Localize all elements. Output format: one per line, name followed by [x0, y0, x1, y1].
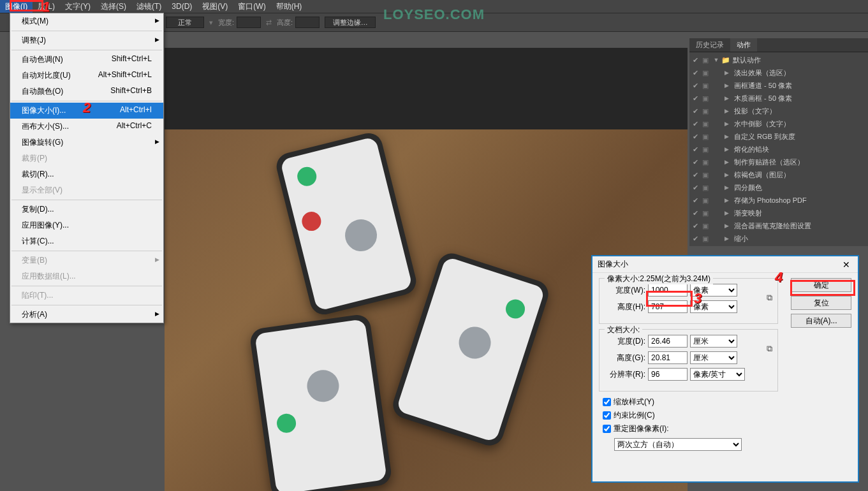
doc-width-input[interactable] [648, 335, 688, 348]
action-row[interactable]: ✔▣▶棕褐色调（图层） [689, 168, 868, 181]
opt-width-input[interactable] [237, 17, 261, 28]
annotation-marker-3: 3 [694, 290, 702, 307]
menu-item: 应用数据组(L)... [10, 268, 163, 284]
menu-item[interactable]: 画布大小(S)...Alt+Ctrl+C [10, 119, 163, 135]
link-icon[interactable]: ⧉ [763, 344, 775, 354]
opt-width-label: 宽度: [218, 18, 234, 27]
px-width-label: 宽度(W): [606, 285, 645, 296]
menu-item[interactable]: 应用图像(Y)... [10, 217, 163, 233]
menu-item[interactable]: 自动对比度(U)Alt+Shift+Ctrl+L [10, 68, 163, 84]
scale-styles-check[interactable]: 缩放样式(Y) [603, 397, 778, 407]
action-row[interactable]: ✔▣▶画框通道 - 50 像素 [689, 79, 868, 92]
doc-res-input[interactable] [648, 368, 688, 381]
menu-select[interactable]: 选择(S) [96, 0, 131, 13]
menu-item[interactable]: 图像旋转(G) [10, 135, 163, 150]
menu-item[interactable]: 自动颜色(O)Shift+Ctrl+B [10, 84, 163, 99]
dialog-close-button[interactable]: ✕ [840, 260, 853, 270]
annotation-marker-2: 2 [83, 99, 91, 116]
auto-button[interactable]: 自动(A)... [791, 314, 851, 328]
image-menu-dropdown: 模式(M)调整(J)自动色调(N)Shift+Ctrl+L自动对比度(U)Alt… [10, 13, 164, 323]
menu-item[interactable]: 分析(A) [10, 307, 163, 323]
link-icon[interactable]: ⧉ [763, 293, 775, 303]
menu-item[interactable]: 计算(C)... [10, 233, 163, 249]
action-row[interactable]: ✔▣▶存储为 Photoshop PDF [689, 194, 868, 207]
action-row[interactable]: ✔▣▶制作剪贴路径（选区） [689, 156, 868, 168]
refine-edge-button[interactable]: 调整边缘… [325, 17, 376, 28]
doc-height-unit[interactable]: 厘米 [690, 351, 737, 364]
action-row[interactable]: ✔▣▶混合器画笔克隆绘图设置 [689, 219, 868, 232]
resample-method-select[interactable]: 两次立方（自动） [614, 438, 742, 451]
doc-width-unit[interactable]: 厘米 [690, 335, 737, 348]
action-row[interactable]: ✔▣▶投影（文字） [689, 105, 868, 117]
dialog-title: 图像大小 [598, 259, 628, 270]
annotation-marker-1: 1 [42, 0, 50, 15]
action-row[interactable]: ✔▣▶木质画框 - 50 像素 [689, 92, 868, 105]
actions-panel: 历史记录 动作 ✔▣▼📁默认动作✔▣▶淡出效果（选区）✔▣▶画框通道 - 50 … [689, 38, 868, 246]
menu-item[interactable]: 自动色调(N)Shift+Ctrl+L [10, 52, 163, 68]
menu-item: 显示全部(V) [10, 182, 163, 198]
action-row[interactable]: ✔▣▶自定义 RGB 到灰度 [689, 130, 868, 143]
opt-height-label: 高度: [277, 18, 293, 27]
px-height-input[interactable] [648, 300, 688, 313]
blend-mode-select[interactable]: 正常 [166, 17, 204, 28]
tab-history[interactable]: 历史记录 [689, 38, 730, 52]
menu-help[interactable]: 帮助(H) [271, 0, 307, 13]
annotation-marker-4: 4 [775, 269, 783, 286]
watermark-text: LOYSEO.COM [383, 6, 485, 23]
menu-filter[interactable]: 滤镜(T) [131, 0, 166, 13]
dialog-titlebar: 图像大小 ✕ [592, 256, 858, 273]
px-width-input[interactable] [648, 284, 688, 297]
panel-tabs: 历史记录 动作 [689, 38, 868, 52]
constrain-check[interactable]: 约束比例(C) [603, 410, 778, 421]
menu-item[interactable]: 调整(J) [10, 33, 163, 48]
menu-window[interactable]: 窗口(W) [233, 0, 270, 13]
opt-height-input[interactable] [295, 17, 320, 28]
document-size-group: 文档大小: 宽度(D): 厘米 ⧉ 高度(G): 厘米 分辨率(R): 像素/英… [599, 329, 778, 392]
doc-height-input[interactable] [648, 351, 688, 364]
document-size-legend: 文档大小: [605, 325, 642, 335]
menu-item[interactable]: 裁切(R)... [10, 166, 163, 182]
menu-item[interactable]: 复制(D)... [10, 202, 163, 217]
action-row[interactable]: ✔▣▶熔化的铅块 [689, 143, 868, 156]
menu-view[interactable]: 视图(V) [197, 0, 233, 13]
action-row[interactable]: ✔▣▶缩小 [689, 232, 868, 245]
px-height-label: 高度(H): [606, 302, 645, 312]
menu-item: 陷印(T)... [10, 288, 163, 304]
menu-item: 变量(B) [10, 253, 163, 268]
menu-3d[interactable]: 3D(D) [166, 1, 197, 12]
menu-image[interactable]: 图像(I) [0, 0, 33, 13]
resample-check[interactable]: 重定图像像素(I): [603, 423, 778, 434]
action-row[interactable]: ✔▣▶四分颜色 [689, 181, 868, 194]
actions-folder[interactable]: 默认动作 [730, 55, 761, 65]
menu-item: 裁剪(P) [10, 150, 163, 166]
action-row[interactable]: ✔▣▶淡出效果（选区） [689, 66, 868, 79]
tab-actions[interactable]: 动作 [730, 38, 757, 52]
doc-res-unit[interactable]: 像素/英寸 [690, 368, 745, 381]
reset-button[interactable]: 复位 [791, 296, 851, 310]
image-size-dialog: 图像大小 ✕ 像素大小:2.25M(之前为3.24M) 宽度(W): 像素 ⧉ … [591, 255, 859, 483]
doc-height-label: 高度(G): [606, 353, 645, 363]
menu-item[interactable]: 模式(M) [10, 13, 163, 29]
pixel-dimensions-legend: 像素大小:2.25M(之前为3.24M) [605, 274, 713, 284]
action-row[interactable]: ✔▣▶水中倒影（文字） [689, 117, 868, 130]
action-row[interactable]: ✔▣▶渐变映射 [689, 207, 868, 219]
ok-button[interactable]: 确定 [791, 278, 851, 292]
pixel-dimensions-group: 像素大小:2.25M(之前为3.24M) 宽度(W): 像素 ⧉ 高度(H): … [599, 278, 778, 324]
menu-text[interactable]: 文字(Y) [60, 0, 96, 13]
doc-width-label: 宽度(D): [606, 336, 645, 347]
doc-res-label: 分辨率(R): [606, 369, 645, 380]
